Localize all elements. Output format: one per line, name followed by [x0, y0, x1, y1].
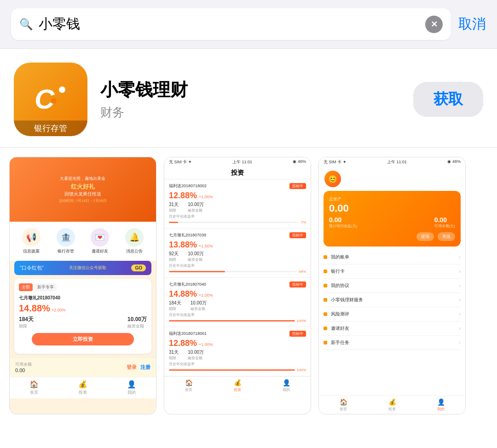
ss2-prod-name-2: 七月墩礼201807039: [169, 232, 206, 238]
ss2-pct-4: 100%: [297, 368, 306, 372]
ss2-nav-home[interactable]: 🏠 首页: [185, 379, 193, 392]
ss1-icon-item: 🔔 消息公告: [125, 228, 144, 254]
ss2-status-center: 上午 11:01: [232, 159, 252, 165]
search-bar: 🔍 小零钱 ✕ 取消: [0, 0, 497, 49]
ss1-icon-label: 邀请好友: [92, 248, 108, 254]
ss1-icon-item: 🏦 银行存管: [57, 228, 75, 254]
clear-button[interactable]: ✕: [425, 16, 443, 33]
ss2-rate-small-2: +1.50%: [199, 244, 213, 248]
ss3-avatar-row: 😊: [319, 167, 465, 191]
app-name: 小零钱理财: [100, 78, 400, 102]
ss1-icon-label: 银行存管: [58, 248, 74, 254]
ss1-register-button[interactable]: 注册: [140, 364, 150, 371]
ss3-status-center: 上午 11:01: [387, 159, 407, 165]
get-button[interactable]: 获取: [413, 82, 483, 117]
ss3-card-row: 0.00 预计明日收益(元) 0.00 可用余额(元): [329, 216, 455, 229]
ss2-amount-4: 10.00万: [188, 349, 204, 356]
ss1-footer-btns: 登录 注册: [127, 364, 150, 371]
ss2-rate-row-3: 14.88% +2.00%: [169, 289, 306, 299]
ss3-menu-protocol-arrow: ›: [459, 282, 461, 289]
ss2-amount-3: 10.00万: [191, 300, 207, 306]
ss1-go-btn[interactable]: GO: [131, 264, 146, 271]
ss1-invest-button[interactable]: 立即投资: [32, 333, 134, 345]
ss3-withdraw-button[interactable]: 提现: [416, 232, 434, 241]
svg-point-1: [59, 86, 65, 93]
ss1-icon-item: 💌 邀请好友: [91, 228, 109, 254]
ss3-nav-home[interactable]: 🏠 首页: [340, 398, 347, 412]
ss3-menu-newbie-arrow: ›: [459, 339, 461, 346]
ss3-nav-invest[interactable]: 💰 投资: [388, 398, 396, 412]
ss2-progress-row-2: 44%: [169, 270, 306, 274]
ss2-prod-header-1: 福利送20180718002 投标中: [169, 183, 306, 189]
ss1-nav-home[interactable]: 🏠 首页: [29, 380, 39, 396]
ss2-details-row-3: 184天 期限 10.00万 融资金额: [169, 300, 306, 311]
ss2-amount-label-3: 融资金额: [191, 306, 207, 311]
search-icon: 🔍: [19, 18, 33, 31]
ss2-status-right: ◉ 46%: [293, 159, 306, 165]
search-input-wrapper[interactable]: 🔍 小零钱 ✕: [11, 8, 451, 40]
ss2-amount-1: 10.00万: [188, 201, 204, 208]
ss2-product-item-1: 福利送20180718002 投标中 12.88% +1.00% 31天 期限 …: [164, 179, 311, 229]
ss2-days-label-2: 期限: [169, 257, 179, 262]
ss2-rate-big-2: 13.88%: [169, 240, 197, 250]
ss1-rate: 14.88%: [19, 303, 50, 314]
ss3-menu-invite-arrow: ›: [459, 325, 461, 332]
ss2-rate-row-1: 12.88% +1.00%: [169, 191, 306, 201]
ss2-details-row-2: 92天 期限 10.00万 融资金额: [169, 251, 306, 262]
ss2-days-2: 92天: [169, 251, 179, 257]
ss1-nav: 🏠 首页 💰 投资 👤 我的: [10, 377, 156, 398]
ss2-days-3: 184天: [169, 300, 181, 306]
ss1-icon-item: 📢 信息披露: [22, 228, 40, 254]
ss3-nav: 🏠 首页 💰 投资 👤 我的: [319, 396, 465, 414]
app-icon: C 银行存管: [14, 63, 87, 136]
ss1-login-button[interactable]: 登录: [127, 364, 137, 371]
ss1-icon-label: 消息公告: [126, 248, 143, 254]
ss1-amount-label: 融资金额: [127, 323, 147, 329]
ss2-rate-big-1: 12.88%: [169, 191, 197, 201]
ss1-days: 184天: [19, 316, 34, 323]
ss1-nav-invest[interactable]: 💰 投资: [78, 380, 87, 396]
ss1-balance-label: 可用余额: [15, 362, 32, 368]
ss2-days-label-3: 期限: [169, 306, 181, 311]
ss2-hist-2: 历史年化收益率: [169, 263, 306, 268]
ss1-balance-value: 0.00: [15, 368, 32, 373]
ss3-menu-bank[interactable]: 银行卡 ›: [324, 264, 461, 279]
ss3-card-btns: 提现 充值: [329, 232, 455, 241]
ss2-progress-row-4: 100%: [169, 368, 306, 372]
ss3-status-bar: 无 SIM 卡 ✦ 上午 11:01 ◉ 46%: [319, 157, 465, 167]
ss3-nav-mine[interactable]: 👤 我的: [437, 398, 445, 412]
ss3-card: 总资产 0.00 0.00 预计明日收益(元) 0.00 可用余额(元) 提现 …: [324, 191, 461, 247]
ss2-days-label-4: 期限: [169, 356, 179, 361]
search-query: 小零钱: [39, 15, 420, 34]
ss3-menu-protocol-label: 我的协议: [331, 282, 349, 289]
ss3-menu-risk[interactable]: 风险测评 ›: [324, 307, 461, 322]
cancel-button[interactable]: 取消: [458, 15, 486, 34]
ss2-rate-big-3: 14.88%: [169, 289, 197, 299]
ss3-menu-newbie[interactable]: 新手任务 ›: [324, 336, 461, 350]
ss2-badge-2: 投标中: [289, 232, 306, 238]
ss3-menu-bill-arrow: ›: [459, 254, 461, 260]
ss2-amount-2: 10.00万: [188, 251, 204, 257]
ss3-menu-bill[interactable]: 我的账单 ›: [324, 250, 461, 264]
ss3-menu-risk-label: 风险测评: [331, 311, 349, 317]
ss2-days-label-1: 期限: [169, 208, 179, 213]
ss1-nav-mine[interactable]: 👤 我的: [127, 380, 136, 396]
ss3-status-left: 无 SIM 卡 ✦: [324, 159, 347, 165]
ss2-hist-1: 历史年化收益率: [169, 214, 306, 219]
ss3-menu-invite[interactable]: 邀请好友 ›: [324, 322, 461, 336]
ss3-recharge-button[interactable]: 充值: [438, 232, 455, 241]
ss2-pct-1: 7%: [301, 220, 306, 224]
ss1-banner: 大暑迎光照，遍地出黄金 红火好礼 回馈火龙果任性送 活动时间: 7月18日－7月…: [10, 157, 156, 222]
ss2-nav-invest[interactable]: 💰 投资: [234, 379, 242, 392]
ss3-menu-service[interactable]: 小零钱理财服务 ›: [324, 293, 461, 307]
ss3-menu-risk-arrow: ›: [459, 311, 461, 317]
ss1-icon-label: 信息披露: [23, 248, 40, 254]
ss2-hist-3: 历史年化收益率: [169, 312, 306, 317]
screenshot-3: 无 SIM 卡 ✦ 上午 11:01 ◉ 46% 😊 总资产 0.00 0.00…: [318, 157, 466, 414]
svg-point-2: [51, 98, 57, 103]
ss2-days-1: 31天: [169, 201, 179, 208]
ss3-menu-protocol[interactable]: 我的协议 ›: [324, 279, 461, 293]
ss3-available-val: 0.00: [434, 216, 455, 224]
ss2-nav-mine[interactable]: 👤 我的: [283, 379, 290, 392]
ss1-product-card: 全部 新手专享 七月墩礼201807040 14.88% +2.00% 184天…: [14, 279, 151, 354]
